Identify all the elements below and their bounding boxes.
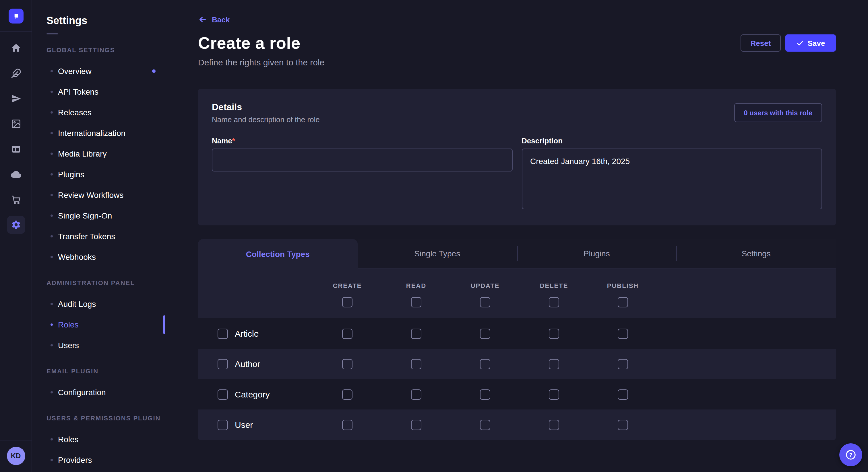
sidebar-item-configuration[interactable]: Configuration [32,382,165,403]
perm-cell [520,328,588,339]
sidebar-item-providers[interactable]: Providers [32,450,165,470]
cart-icon[interactable] [11,194,21,205]
select-all-delete-checkbox[interactable] [549,297,559,307]
sidebar-item-roles-admin[interactable]: Roles [32,314,165,335]
category-create-checkbox[interactable] [342,389,352,400]
category-delete-checkbox[interactable] [549,389,559,400]
back-link[interactable]: Back [198,15,229,24]
perm-cell [382,419,451,430]
tab-settings[interactable]: Settings [677,239,836,268]
select-all-cell [588,297,657,307]
section-label-administration-panel: ADMINISTRATION PANEL [32,279,165,287]
sidebar-item-users[interactable]: Users [32,335,165,356]
user-update-checkbox[interactable] [480,419,490,430]
details-title-block: Details Name and description of the role [212,102,320,124]
article-create-checkbox[interactable] [342,328,352,339]
perm-cell [520,419,588,430]
row-select-checkbox[interactable] [218,328,228,339]
bullet [51,91,53,93]
cloud-icon[interactable] [11,169,21,179]
select-all-create-checkbox[interactable] [342,297,352,307]
sidebar-item-internationalization[interactable]: Internationalization [32,123,165,143]
author-publish-checkbox[interactable] [618,359,628,369]
perm-cell [520,389,588,400]
sidebar-item-plugins[interactable]: Plugins [32,164,165,185]
avatar[interactable]: KD [7,447,25,465]
description-textarea[interactable]: Created January 16th, 2025 [522,148,822,209]
name-input[interactable] [212,148,513,171]
select-all-update-checkbox[interactable] [480,297,490,307]
page-header: Create a role Define the rights given to… [198,33,836,67]
user-publish-checkbox[interactable] [618,419,628,430]
article-update-checkbox[interactable] [480,328,490,339]
category-publish-checkbox[interactable] [618,389,628,400]
author-read-checkbox[interactable] [411,359,422,369]
sidebar-item-label: Overview [58,67,92,76]
bullet [51,459,53,461]
author-create-checkbox[interactable] [342,359,352,369]
workspace-rail: KD [0,0,32,472]
users-with-role-button[interactable]: 0 users with this role [734,103,822,122]
details-title: Details [212,102,320,113]
article-read-checkbox[interactable] [411,328,422,339]
column-header-delete: DELETE [520,282,588,289]
tab-single-types[interactable]: Single Types [358,239,517,268]
media-images-icon[interactable] [11,119,21,129]
sidebar-item-transfer-tokens[interactable]: Transfer Tokens [32,226,165,247]
article-publish-checkbox[interactable] [618,328,628,339]
tab-label: Settings [742,249,771,258]
user-create-checkbox[interactable] [342,419,352,430]
user-delete-checkbox[interactable] [549,419,559,430]
reset-button[interactable]: Reset [741,34,781,52]
select-all-publish-checkbox[interactable] [618,297,628,307]
bullet [51,153,53,155]
row-select-checkbox[interactable] [218,389,228,400]
sidebar-item-roles-up[interactable]: Roles [32,429,165,450]
sidebar-item-webhooks[interactable]: Webhooks [32,247,165,267]
name-field-group: Name* [212,136,513,212]
help-button[interactable]: ? [839,443,862,466]
author-delete-checkbox[interactable] [549,359,559,369]
perm-cell [520,359,588,369]
row-select-checkbox[interactable] [218,359,228,369]
category-read-checkbox[interactable] [411,389,422,400]
author-update-checkbox[interactable] [480,359,490,369]
select-all-read-checkbox[interactable] [411,297,422,307]
rail-icon-list [7,32,25,440]
perm-cell [451,389,520,400]
content-feather-icon[interactable] [11,68,21,78]
row-name-cell: User [198,419,313,430]
home-icon[interactable] [11,43,21,53]
sidebar-item-label: Audit Logs [58,299,96,308]
tab-collection-types[interactable]: Collection Types [198,239,358,268]
sidebar-item-label: Webhooks [58,252,96,262]
save-button[interactable]: Save [785,34,836,52]
details-fields: Name* Description Created January 16th, … [212,136,822,212]
sidebar-item-audit-logs[interactable]: Audit Logs [32,294,165,314]
sidebar-item-review-workflows[interactable]: Review Workflows [32,185,165,205]
sidebar-item-releases[interactable]: Releases [32,102,165,123]
permissions-table: CREATE READ UPDATE DELETE PUBLISH [198,268,836,440]
row-select-checkbox[interactable] [218,419,228,430]
sidebar-item-label: Releases [58,108,92,117]
bullet [51,173,53,175]
bullet [51,70,53,72]
strapi-logo-icon [11,11,20,21]
sidebar-item-label: Users [58,341,79,350]
sidebar-item-single-sign-on[interactable]: Single Sign-On [32,205,165,226]
sidebar-item-overview[interactable]: Overview [32,61,165,81]
bullet [51,391,53,394]
question-mark-circle-icon: ? [844,448,857,461]
sidebar-item-api-tokens[interactable]: API Tokens [32,81,165,102]
layout-icon[interactable] [11,144,21,154]
settings-gear-icon[interactable] [7,216,25,234]
strapi-logo[interactable] [8,9,23,24]
bullet [51,214,53,217]
sidebar-item-media-library[interactable]: Media Library [32,143,165,164]
nav-list-email-plugin: Configuration [32,382,165,403]
paper-plane-icon[interactable] [11,94,21,104]
article-delete-checkbox[interactable] [549,328,559,339]
user-read-checkbox[interactable] [411,419,422,430]
tab-plugins[interactable]: Plugins [517,239,677,268]
category-update-checkbox[interactable] [480,389,490,400]
